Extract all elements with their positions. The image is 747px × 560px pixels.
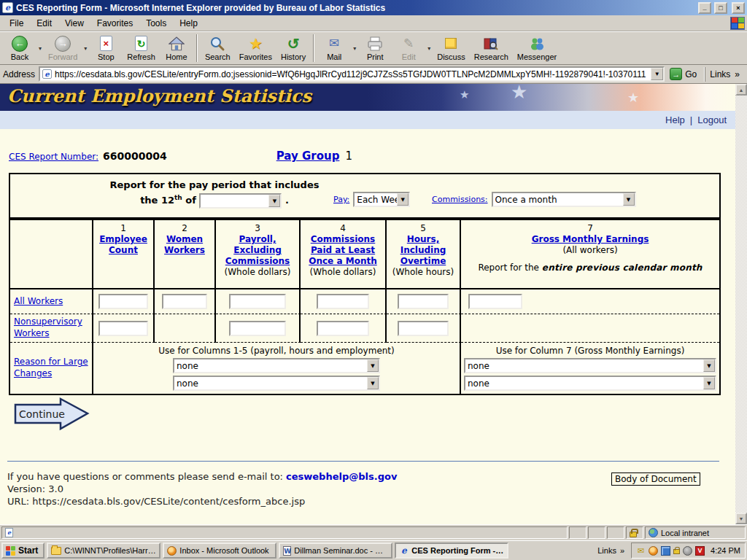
input-all-workers-women-workers[interactable] <box>162 294 207 309</box>
menu-help[interactable]: Help <box>173 16 204 31</box>
history-button[interactable]: ↺ History <box>276 33 310 63</box>
payroll-link[interactable]: Payroll, Excluding Commissions <box>216 234 299 267</box>
cell-nonsup-col3 <box>216 314 301 343</box>
links-chevron-icon[interactable]: » <box>735 69 740 79</box>
input-all-workers-hours[interactable] <box>398 294 449 309</box>
research-button[interactable]: Research <box>470 33 513 63</box>
women-workers-link[interactable]: Women Workers <box>155 234 214 256</box>
refresh-button[interactable]: ↻ Refresh <box>123 33 160 63</box>
menu-view[interactable]: View <box>58 16 90 31</box>
email-link[interactable]: ceswebhelp@bls.gov <box>286 471 397 482</box>
edit-button: ✎ Edit <box>392 33 425 63</box>
commissions-paid-link[interactable]: Commissions Paid at Least Once a Month <box>301 234 385 267</box>
input-nonsup-payroll[interactable] <box>229 321 286 336</box>
reason-cols-1-5-select-1[interactable]: none ▼ <box>173 358 380 373</box>
commissions-link[interactable]: Commissions: <box>432 195 488 204</box>
pay-link[interactable]: Pay: <box>333 195 349 204</box>
menu-tools[interactable]: Tools <box>139 16 173 31</box>
stop-button[interactable]: × Stop <box>89 33 123 63</box>
commissions-select[interactable]: Once a month ▼ <box>492 192 636 207</box>
pay-select[interactable]: Each Week ▼ <box>353 192 410 207</box>
messenger-button[interactable]: Messenger <box>513 33 561 63</box>
logout-link[interactable]: Logout <box>697 114 727 125</box>
search-button[interactable]: Search <box>201 33 235 63</box>
mail-dropdown-icon[interactable]: ▾ <box>351 45 358 52</box>
input-nonsup-employee-count[interactable] <box>98 321 148 336</box>
minimize-button[interactable]: _ <box>698 2 711 14</box>
pay-group-link[interactable]: Pay Group <box>276 149 340 163</box>
gross-monthly-earnings-link[interactable]: Gross Monthly Earnings <box>532 234 649 245</box>
select-arrow-icon[interactable]: ▼ <box>367 377 379 389</box>
scroll-up-icon[interactable]: ▲ <box>735 84 747 96</box>
continue-button[interactable]: Continue <box>13 396 92 433</box>
print-button[interactable]: Print <box>358 33 392 63</box>
links-chevron-icon[interactable]: » <box>620 546 624 555</box>
tray-volume-icon[interactable] <box>683 546 692 556</box>
title-bar: e CES Reporting Form - Microsoft Interne… <box>0 0 747 15</box>
address-input[interactable]: e https://cesdata.bls.gov/CESLite/entryF… <box>39 66 665 82</box>
commissions-select-arrow-icon[interactable]: ▼ <box>623 193 635 206</box>
ces-report-number-link[interactable]: CES Report Number: <box>9 152 98 162</box>
taskbar-task-ie-active[interactable]: e CES Reporting Form - ... <box>395 542 508 559</box>
back-button[interactable]: ← Back <box>3 33 36 63</box>
input-all-workers-employee-count[interactable] <box>98 294 148 309</box>
discuss-button[interactable]: Discuss <box>433 33 470 63</box>
taskbar-task-word[interactable]: W Dillman Seminar.doc - Mic... <box>279 542 392 559</box>
address-dropdown-icon[interactable]: ▼ <box>651 68 663 80</box>
tray-antivirus-icon[interactable]: V <box>695 546 705 556</box>
hours-link[interactable]: Hours, Including Overtime <box>387 234 460 267</box>
nonsupervisory-workers-link[interactable]: Nonsupervisory Workers <box>14 316 88 339</box>
menu-favorites[interactable]: Favorites <box>90 16 139 31</box>
taskbar-links-toolbar[interactable]: Links » <box>593 546 629 555</box>
go-button[interactable]: → Go <box>668 67 701 81</box>
tray-mail-icon[interactable]: ✉ <box>636 546 646 556</box>
input-nonsup-commissions[interactable] <box>317 321 369 336</box>
start-button[interactable]: Start <box>1 542 44 559</box>
reason-for-large-changes-link[interactable]: Reason for Large Changes <box>14 357 88 379</box>
cell-all-workers-col7 <box>461 289 719 314</box>
close-button[interactable]: × <box>732 2 745 14</box>
month-select-arrow-icon[interactable]: ▼ <box>268 195 280 207</box>
refresh-icon: ↻ <box>135 36 147 51</box>
taskbar-task-outlook[interactable]: Inbox - Microsoft Outlook <box>163 542 276 559</box>
outlook-icon <box>167 546 177 556</box>
page-icon: e <box>42 69 52 79</box>
reason-cols-1-5-select-2[interactable]: none ▼ <box>173 376 380 391</box>
select-arrow-icon[interactable]: ▼ <box>703 359 715 372</box>
back-dropdown-icon[interactable]: ▾ <box>36 45 44 52</box>
reason-col-7-select-1[interactable]: none ▼ <box>464 358 716 373</box>
maximize-button[interactable]: □ <box>714 2 727 14</box>
body-of-document-tag[interactable]: Body of Document <box>611 472 700 486</box>
tray-network-icon[interactable] <box>661 546 670 556</box>
vertical-scrollbar[interactable]: ▲ ▼ <box>735 84 747 524</box>
taskbar-task-folder[interactable]: C:\WINNT\Profiles\Harre... <box>47 542 160 559</box>
favorites-button[interactable]: ★ Favorites <box>235 33 276 63</box>
menu-edit[interactable]: Edit <box>30 16 58 31</box>
column-header-employee-count: 1 Employee Count <box>93 220 155 289</box>
employee-count-link[interactable]: Employee Count <box>93 234 153 256</box>
cell-all-workers-col2 <box>155 289 216 314</box>
menu-bar: File Edit View Favorites Tools Help <box>0 15 747 31</box>
select-arrow-icon[interactable]: ▼ <box>367 359 379 372</box>
links-toolbar[interactable]: Links » <box>705 67 744 82</box>
all-workers-link[interactable]: All Workers <box>14 296 63 308</box>
input-all-workers-gross-earnings[interactable] <box>468 294 522 309</box>
tray-lock-icon[interactable] <box>673 549 680 554</box>
help-link[interactable]: Help <box>665 114 685 125</box>
window-title: CES Reporting Form - Microsoft Internet … <box>16 3 695 13</box>
tray-reminder-icon[interactable] <box>649 546 658 556</box>
input-all-workers-payroll[interactable] <box>229 294 286 309</box>
select-arrow-icon[interactable]: ▼ <box>703 377 715 389</box>
input-nonsup-hours[interactable] <box>398 321 449 336</box>
month-select[interactable]: ▼ <box>199 193 282 209</box>
home-button[interactable]: Home <box>160 33 193 63</box>
reason-col-7-select-2[interactable]: none ▼ <box>464 376 716 391</box>
status-lock-pane <box>626 526 643 539</box>
input-all-workers-commissions[interactable] <box>317 294 369 309</box>
mail-button[interactable]: ✉ Mail <box>317 33 351 63</box>
pay-select-arrow-icon[interactable]: ▼ <box>397 193 409 206</box>
scroll-down-icon[interactable]: ▼ <box>735 513 747 524</box>
menu-file[interactable]: File <box>3 16 30 31</box>
footer-divider <box>7 461 719 462</box>
taskbar: Start C:\WINNT\Profiles\Harre... Inbox -… <box>0 540 747 560</box>
